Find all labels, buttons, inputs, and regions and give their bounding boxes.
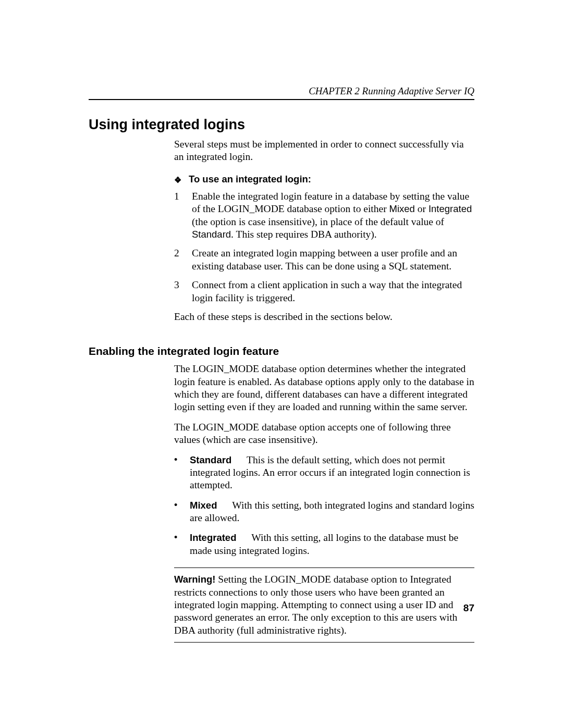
step-text: Create an integrated login mapping betwe… [192, 247, 474, 273]
outro-paragraph: Each of these steps is described in the … [174, 311, 474, 323]
procedure-heading: ❖ To use an integrated login: [174, 173, 474, 185]
step-3: 3 Connect from a client application in s… [174, 279, 474, 304]
warning-block: Warning! Setting the LOGIN_MODE database… [174, 567, 474, 643]
subsection-body: The LOGIN_MODE database option determine… [174, 363, 474, 643]
step-number: 3 [174, 279, 183, 304]
bullet-integrated: • Integrated With this setting, all logi… [174, 532, 474, 557]
bullet-text: Integrated With this setting, all logins… [190, 532, 474, 557]
bullet-icon: • [174, 532, 180, 557]
option-bullets: • Standard This is the default setting, … [174, 454, 474, 558]
bullet-standard: • Standard This is the default setting, … [174, 454, 474, 492]
diamond-icon: ❖ [174, 176, 181, 184]
bullet-text: Standard This is the default setting, wh… [190, 454, 474, 492]
step-number: 2 [174, 247, 183, 273]
subsection-p1: The LOGIN_MODE database option determine… [174, 363, 474, 414]
option-integrated: Integrated [429, 203, 472, 214]
bullet-icon: • [174, 499, 180, 525]
bullet-mixed: • Mixed With this setting, both integrat… [174, 499, 474, 525]
bullet-icon: • [174, 454, 180, 492]
header-rule [89, 99, 474, 100]
content: Using integrated logins Several steps mu… [89, 117, 474, 643]
step-text: Enable the integrated login feature in a… [192, 190, 474, 241]
page: CHAPTER 2 Running Adaptive Server IQ Usi… [0, 0, 563, 684]
procedure-steps: 1 Enable the integrated login feature in… [174, 190, 474, 304]
warning-text: Setting the LOGIN_MODE database option t… [174, 574, 457, 636]
subsection-p2: The LOGIN_MODE database option accepts o… [174, 421, 474, 447]
warning-label: Warning! [174, 574, 215, 585]
intro-paragraph: Several steps must be implemented in ord… [174, 138, 474, 164]
section-title: Using integrated logins [89, 117, 474, 133]
running-header: CHAPTER 2 Running Adaptive Server IQ [309, 85, 474, 97]
term-mixed: Mixed [190, 500, 217, 511]
subsection-title: Enabling the integrated login feature [89, 345, 474, 357]
section-body: Several steps must be implemented in ord… [174, 138, 474, 323]
term-integrated: Integrated [190, 532, 236, 543]
bullet-text: Mixed With this setting, both integrated… [190, 499, 474, 525]
step-number: 1 [174, 190, 183, 241]
step-1: 1 Enable the integrated login feature in… [174, 190, 474, 241]
procedure-heading-text: To use an integrated login: [189, 173, 311, 185]
option-standard: Standard [192, 229, 231, 240]
page-number: 87 [463, 602, 474, 614]
option-mixed: Mixed [389, 203, 415, 214]
term-standard: Standard [190, 454, 231, 465]
step-text: Connect from a client application in suc… [192, 279, 474, 304]
step-2: 2 Create an integrated login mapping bet… [174, 247, 474, 273]
